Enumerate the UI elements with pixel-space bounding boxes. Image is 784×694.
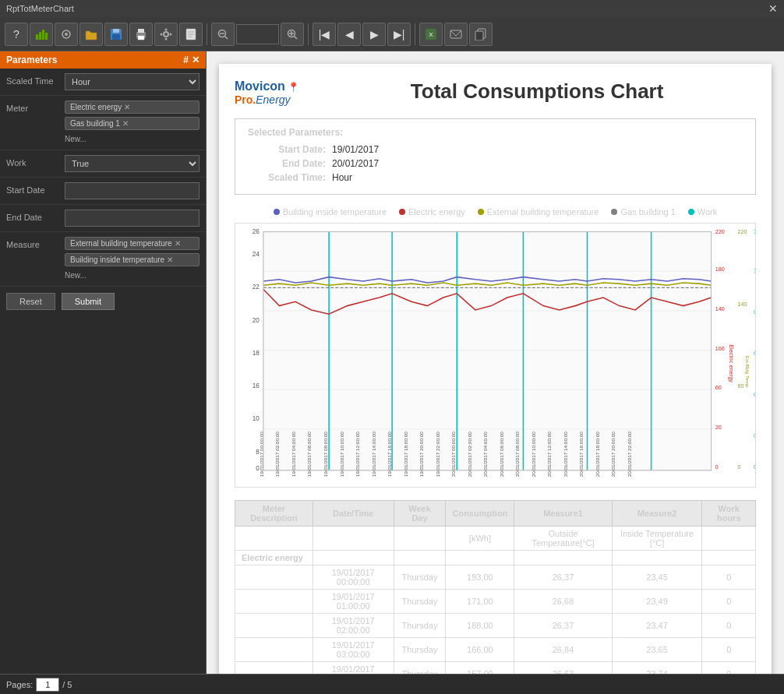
work-label: Work (6, 155, 65, 167)
svg-text:22: 22 (253, 283, 260, 291)
subheader-meter (235, 527, 313, 551)
svg-text:140: 140 (737, 301, 747, 308)
svg-text:X: X (429, 31, 433, 38)
params-scaled-time-row: Scaled Time: Hour (248, 172, 743, 183)
svg-rect-8 (112, 34, 120, 40)
meter-tag-electric-remove[interactable]: ✕ (124, 103, 130, 111)
first-page-button[interactable]: |◀ (313, 23, 336, 46)
save-button[interactable] (104, 23, 128, 46)
col-consumption: Consumption (446, 501, 514, 527)
prev-page-button[interactable]: ◀ (337, 23, 361, 46)
title-bar: RptTotMeterChart ✕ (0, 0, 784, 17)
svg-rect-7 (113, 29, 119, 33)
legend-dot-work (688, 209, 694, 215)
export-button[interactable]: X (419, 23, 443, 46)
logo-movicon: Movicon 📍 (235, 79, 299, 93)
legend-label-work: Work (697, 207, 717, 217)
meter-value: Electric energy ✕ Gas building 1 ✕ New..… (65, 100, 200, 145)
panel-pin-button[interactable]: # (183, 55, 189, 65)
table-row: 19/01/2017 01:00:00 Thursday 171,00 26,6… (235, 590, 756, 614)
report-title: Total Consumptions Chart (318, 79, 756, 104)
end-date-row: End Date 20/01/2017 (0, 205, 206, 232)
col-workhours: Work hours (702, 501, 756, 527)
work-select[interactable]: True False (65, 155, 200, 172)
work-value: True False (65, 155, 200, 172)
svg-text:18: 18 (253, 349, 260, 357)
subheader-consumption: [kWh] (446, 527, 514, 551)
zoom-input[interactable]: 100% (236, 24, 279, 44)
play-button[interactable]: ▶ (362, 23, 386, 46)
meter-new-link[interactable]: New... (65, 133, 200, 145)
measure-new-link[interactable]: New... (65, 269, 200, 281)
svg-text:140: 140 (715, 305, 725, 312)
params-start-date-value: 19/01/2017 (332, 144, 379, 155)
print-button[interactable] (129, 23, 153, 46)
current-page-input[interactable] (36, 678, 59, 692)
col-measure2: Measure2 (612, 501, 702, 527)
legend-label-electric: Electric energy (408, 207, 465, 217)
svg-rect-1 (39, 32, 41, 40)
params-box: Selected Parameters: Start Date: 19/01/2… (235, 118, 756, 195)
zoom-in-button[interactable] (281, 23, 304, 46)
svg-text:220: 220 (737, 228, 747, 235)
scaled-time-value: Hour Day Week Month (65, 73, 200, 90)
start-date-input[interactable]: 19/01/2017 (65, 182, 200, 199)
left-panel: Parameters # ✕ Scaled Time Hour Day Week… (0, 51, 207, 674)
zoom-out-button[interactable] (211, 23, 235, 46)
svg-point-15 (161, 33, 163, 35)
measure-tag-external-remove[interactable]: ✕ (175, 239, 181, 248)
reset-button[interactable]: Reset (6, 293, 55, 310)
meter-tags: Electric energy ✕ Gas building 1 ✕ New..… (65, 100, 200, 145)
view-button[interactable] (55, 23, 78, 46)
settings-button[interactable] (154, 23, 178, 46)
close-button[interactable]: ✕ (768, 2, 778, 15)
params-box-title: Selected Parameters: (248, 127, 743, 138)
params-scaled-time-label: Scaled Time: (248, 172, 326, 183)
logo-pro-energy: Pro.Energy (235, 93, 299, 106)
end-date-input[interactable]: 20/01/2017 (65, 210, 200, 227)
panel-title: Parameters (6, 55, 57, 65)
svg-text:Electric energy: Electric energy (728, 344, 735, 382)
chart-button[interactable] (30, 23, 53, 46)
col-measure1: Measure1 (514, 501, 612, 527)
params-scaled-time-value: Hour (332, 172, 352, 183)
scaled-time-label: Scaled Time (6, 73, 65, 86)
svg-rect-2 (42, 30, 44, 40)
svg-text:0.4: 0.4 (754, 391, 755, 398)
copy-button[interactable] (469, 23, 493, 46)
start-date-row: Start Date 19/01/2017 (0, 178, 206, 205)
table-row: 19/01/2017 04:00:00 Thursday 157,00 26,6… (235, 662, 756, 675)
scaled-time-select[interactable]: Hour Day Week Month (65, 73, 200, 90)
report-button[interactable] (179, 23, 203, 46)
subheader-weekday (394, 527, 446, 551)
legend-external-temp: External building temperature (478, 207, 599, 217)
chart-legend: Building inside temperature Electric ene… (235, 207, 756, 217)
svg-text:0: 0 (715, 463, 719, 470)
pages-label: Pages: (6, 680, 33, 689)
logo-area: Movicon 📍 Pro.Energy (235, 79, 299, 106)
separator-1 (207, 23, 207, 45)
meter-tag-gas-remove[interactable]: ✕ (122, 119, 129, 128)
legend-label-gas: Gas building 1 (620, 207, 675, 217)
params-end-date-row: End Date: 20/01/2017 (248, 158, 743, 169)
svg-text:220: 220 (715, 228, 725, 235)
svg-text:60: 60 (715, 384, 722, 391)
svg-rect-32 (475, 31, 483, 41)
params-start-date-label: Start Date: (248, 144, 326, 155)
svg-point-16 (170, 33, 172, 35)
open-button[interactable] (79, 23, 103, 46)
last-page-button[interactable]: ▶| (387, 23, 411, 46)
email-button[interactable] (444, 23, 468, 46)
svg-text:0: 0 (737, 463, 740, 470)
help-button[interactable]: ? (5, 23, 28, 46)
legend-building-inside: Building inside temperature (274, 207, 387, 217)
submit-button[interactable]: Submit (62, 293, 115, 310)
meter-tag-electric: Electric energy ✕ (65, 100, 200, 114)
measure-tag-inside-remove[interactable]: ✕ (167, 255, 173, 264)
svg-text:24: 24 (253, 250, 260, 258)
svg-rect-11 (138, 36, 144, 40)
table-row: 19/01/2017 00:00:00 Thursday 193,00 26,3… (235, 565, 756, 590)
legend-dot-electric (399, 209, 405, 215)
svg-point-12 (164, 32, 168, 37)
panel-close-button[interactable]: ✕ (192, 55, 200, 65)
